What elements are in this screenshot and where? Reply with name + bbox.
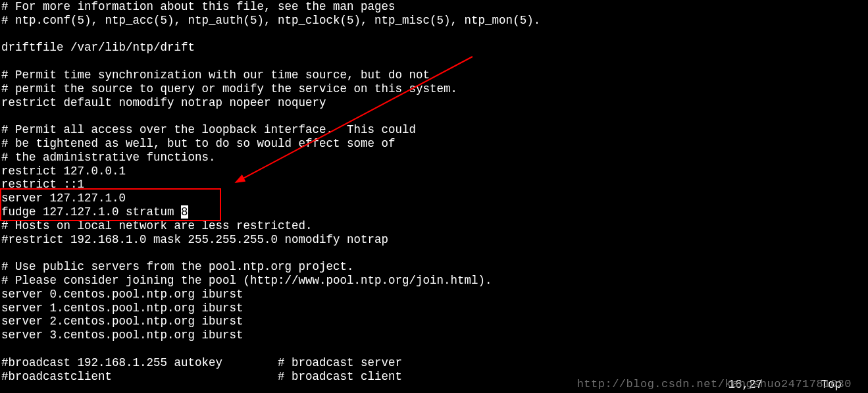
- terminal-line: # Permit time synchronization with our t…: [1, 68, 867, 82]
- terminal-line: fudge 127.127.1.0 stratum 8: [1, 205, 867, 219]
- terminal-line: # For more information about this file, …: [1, 0, 867, 14]
- terminal-line: [1, 55, 867, 68]
- text-cursor: 8: [181, 205, 188, 219]
- terminal-line: restrict ::1: [1, 178, 867, 192]
- editor-status-bar: 16,27 Top: [0, 379, 868, 393]
- terminal-line: # be tightened as well, but to do so wou…: [1, 137, 867, 151]
- terminal-view[interactable]: # For more information about this file, …: [0, 0, 868, 393]
- cursor-position-indicator: 16,27: [728, 378, 763, 392]
- terminal-line: server 2.centos.pool.ntp.org iburst: [1, 315, 867, 328]
- terminal-line: [1, 28, 867, 41]
- terminal-line: # Hosts on local network are less restri…: [1, 219, 867, 233]
- terminal-line: # Permit all access over the loopback in…: [1, 123, 867, 137]
- terminal-line: server 1.centos.pool.ntp.org iburst: [1, 301, 867, 315]
- terminal-line: [1, 342, 867, 356]
- terminal-line: driftfile /var/lib/ntp/drift: [1, 41, 867, 55]
- terminal-line: #broadcast 192.168.1.255 autokey # broad…: [1, 356, 867, 370]
- terminal-line: # Please consider joining the pool (http…: [1, 274, 867, 288]
- terminal-line: [1, 109, 867, 123]
- terminal-line: #restrict 192.168.1.0 mask 255.255.255.0…: [1, 233, 867, 247]
- terminal-line: server 0.centos.pool.ntp.org iburst: [1, 288, 867, 301]
- scroll-position-indicator: Top: [821, 378, 842, 392]
- terminal-line: [1, 246, 867, 260]
- terminal-line: # Use public servers from the pool.ntp.o…: [1, 260, 867, 274]
- terminal-line: # the administrative functions.: [1, 151, 867, 165]
- terminal-line: server 3.centos.pool.ntp.org iburst: [1, 328, 867, 342]
- terminal-line: # ntp.conf(5), ntp_acc(5), ntp_auth(5), …: [1, 14, 867, 28]
- terminal-line: restrict default nomodify notrap nopeer …: [1, 96, 867, 110]
- terminal-line: # permit the source to query or modify t…: [1, 82, 867, 96]
- terminal-line: server 127.127.1.0: [1, 192, 867, 205]
- terminal-line: restrict 127.0.0.1: [1, 165, 867, 178]
